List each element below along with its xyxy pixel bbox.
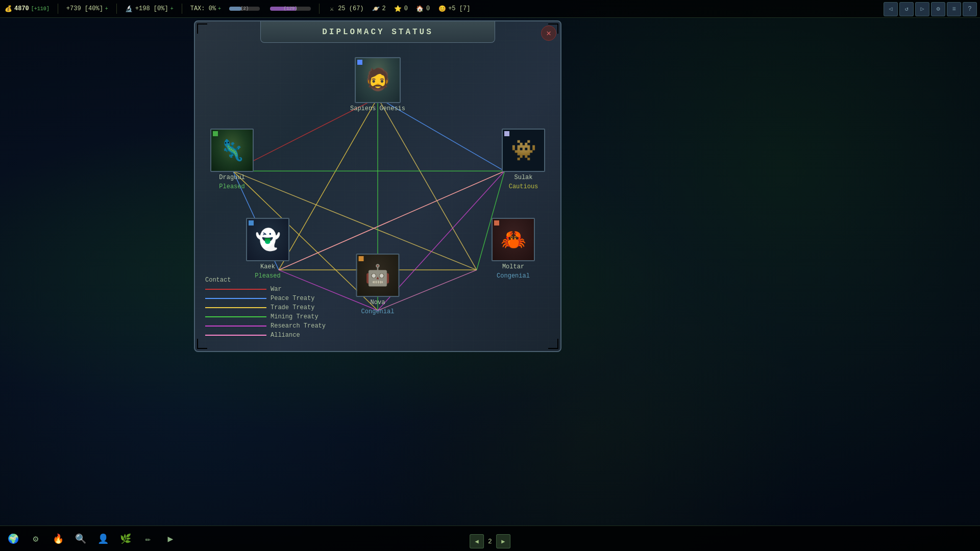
- faction-nova[interactable]: Nova Congenial: [356, 254, 400, 315]
- gold-income: [+110]: [31, 6, 50, 12]
- hud-divider-2: [116, 4, 117, 14]
- hud-divider-3: [182, 4, 182, 14]
- research-line: [205, 325, 266, 327]
- close-button[interactable]: ✕: [541, 26, 556, 41]
- player-name: Sapiens Genesis: [350, 105, 405, 112]
- svg-line-3: [279, 97, 378, 270]
- toolbar-btn-fire[interactable]: 🔥: [47, 528, 69, 550]
- military-resource: ⚔ 25 (67): [328, 5, 363, 13]
- draguul-name: Draguul: [219, 174, 244, 181]
- legend-contact: Contact: [205, 277, 326, 284]
- turn-number: 2: [486, 538, 494, 545]
- tax-label: TAX: 0%: [190, 5, 216, 12]
- legend: Contact War Peace Treaty Trade Treaty Mi…: [205, 277, 326, 341]
- morale-resource: 😊 +5 [7]: [438, 5, 470, 13]
- legend-trade: Trade Treaty: [205, 304, 326, 311]
- faction-moltar[interactable]: Moltar Congenial: [492, 218, 535, 280]
- modal-header: DIPLOMACY STATUS: [260, 21, 495, 43]
- mining-line: [205, 316, 266, 317]
- portrait-kaek: [246, 218, 289, 261]
- toolbar-btn-gear[interactable]: ⚙: [24, 528, 47, 550]
- legend-mining-label: Mining Treaty: [271, 313, 318, 320]
- alliance-line: [205, 335, 266, 336]
- toolbar-btn-play[interactable]: ▶: [159, 528, 182, 550]
- portrait-nova: [356, 254, 400, 297]
- kaek-name: Kaek: [260, 263, 275, 270]
- legend-war: War: [205, 286, 326, 293]
- military-value: 25 (67): [338, 5, 363, 12]
- war-line: [205, 289, 266, 290]
- top-hud: 💰 4870 [+110] +739 [40%] + 🔬 +198 [0%] +…: [0, 0, 980, 18]
- draguul-status: Pleased: [219, 183, 244, 190]
- legend-peace-label: Peace Treaty: [271, 295, 314, 302]
- player-indicator: [357, 60, 362, 65]
- legend-alliance: Alliance: [205, 332, 326, 339]
- sulak-status: Cautious: [509, 183, 538, 190]
- faction-sulak[interactable]: Sulak Cautious: [502, 129, 545, 190]
- draguul-indicator: [213, 131, 218, 136]
- hud-btn-6[interactable]: ?: [963, 2, 977, 16]
- starbases-value: 0: [404, 5, 408, 12]
- modal-title: DIPLOMACY STATUS: [322, 28, 433, 37]
- starbases-icon: ⭐: [394, 5, 402, 13]
- hud-btn-1[interactable]: ◁: [884, 2, 898, 16]
- tax-btn[interactable]: +: [218, 6, 221, 12]
- legend-alliance-label: Alliance: [271, 332, 300, 339]
- morale-icon: 😊: [438, 5, 446, 13]
- starbases-resource: ⭐ 0: [394, 5, 408, 13]
- colonies-icon: 🏠: [416, 5, 424, 13]
- planets-icon: 🪐: [372, 5, 380, 13]
- gold-value: 4870: [14, 5, 29, 12]
- modal-panel: DIPLOMACY STATUS ✕: [194, 20, 561, 352]
- legend-mining: Mining Treaty: [205, 313, 326, 320]
- legend-research: Research Treaty: [205, 322, 326, 330]
- science-icon: 🔬: [125, 5, 133, 13]
- nova-indicator: [359, 256, 364, 261]
- toolbar-btn-leaf[interactable]: 🌿: [114, 528, 137, 550]
- nova-name: Nova: [371, 299, 385, 306]
- bottom-center-nav: ◀ 2 ▶: [470, 534, 510, 548]
- colonies-value: 0: [426, 5, 430, 12]
- trade-line: [205, 307, 266, 308]
- tax-resource: TAX: 0% +: [190, 5, 221, 12]
- peace-line: [205, 298, 266, 299]
- toolbar-btn-search[interactable]: 🔍: [69, 528, 92, 550]
- faction-draguul[interactable]: Draguul Pleased: [210, 129, 254, 190]
- planets-resource: 🪐 2: [372, 5, 386, 13]
- prev-turn-button[interactable]: ◀: [470, 534, 484, 548]
- moltar-indicator: [494, 220, 499, 226]
- diplomacy-modal: DIPLOMACY STATUS ✕: [194, 20, 561, 352]
- colonies-resource: 🏠 0: [416, 5, 430, 13]
- portrait-sulak: [502, 129, 545, 172]
- legend-contact-label: Contact: [205, 277, 231, 284]
- sulak-name: Sulak: [514, 174, 532, 181]
- hud-divider-1: [58, 4, 58, 14]
- nova-status: Congenial: [361, 308, 395, 315]
- gold-btn[interactable]: +: [105, 6, 108, 12]
- toolbar-btn-person[interactable]: 👤: [92, 528, 114, 550]
- gold-icon: 💰: [4, 5, 12, 13]
- planets-value: 2: [382, 5, 386, 12]
- kaek-indicator: [249, 220, 254, 226]
- science-btn[interactable]: +: [170, 6, 174, 12]
- portrait-moltar: [492, 218, 535, 261]
- hud-btn-5[interactable]: ≡: [947, 2, 961, 16]
- legend-peace: Peace Treaty: [205, 295, 326, 302]
- legend-trade-label: Trade Treaty: [271, 304, 314, 311]
- gold-resource: 💰 4870 [+110]: [4, 5, 50, 13]
- faction-kaek[interactable]: Kaek Pleased: [246, 218, 289, 280]
- science-value: +198 [0%]: [135, 5, 168, 12]
- gold-percent-label: +739 [40%]: [66, 5, 103, 12]
- military-icon: ⚔: [328, 5, 336, 13]
- morale-value: +5 [7]: [448, 5, 470, 12]
- hud-btn-4[interactable]: ⚙: [931, 2, 945, 16]
- toolbar-btn-globe[interactable]: 🌍: [2, 528, 24, 550]
- toolbar-btn-edit[interactable]: ✏: [137, 528, 159, 550]
- hud-btn-2[interactable]: ↺: [899, 2, 914, 16]
- legend-war-label: War: [271, 286, 282, 293]
- diplomacy-network: Sapiens Genesis Draguul Pleased Sulak Ca…: [195, 47, 560, 351]
- hud-btn-3[interactable]: ▷: [915, 2, 929, 16]
- next-turn-button[interactable]: ▶: [496, 534, 510, 548]
- faction-player[interactable]: Sapiens Genesis: [350, 57, 405, 112]
- hud-right-controls: ◁ ↺ ▷ ⚙ ≡ ?: [884, 0, 980, 18]
